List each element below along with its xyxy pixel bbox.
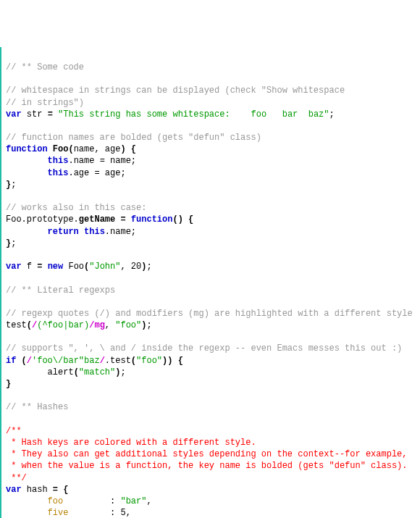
code: name; xyxy=(110,227,136,237)
operator: = xyxy=(48,109,53,120)
paren: ( xyxy=(74,367,79,377)
semicolon: ; xyxy=(329,109,335,120)
function-name: getName xyxy=(79,214,115,225)
comma: , xyxy=(105,320,115,330)
space xyxy=(16,356,21,366)
comment: // ** Literal regexps xyxy=(6,285,115,296)
keyword-var: var xyxy=(6,109,22,120)
comment: // regexp quotes (/) and modifiers (mg) … xyxy=(6,309,413,319)
colon: : xyxy=(110,496,120,506)
comment: // in strings") xyxy=(6,98,84,108)
indent xyxy=(6,156,48,166)
keyword-var: var xyxy=(6,485,22,495)
comment: // works also in this case: xyxy=(6,203,146,213)
pad xyxy=(68,508,110,518)
paren: ( xyxy=(22,356,27,366)
doc-comment: **/ xyxy=(6,473,27,483)
hash-key: foo xyxy=(48,496,64,506)
space xyxy=(79,227,84,237)
dot: . xyxy=(105,227,110,237)
dot: . xyxy=(105,356,110,366)
string: "match" xyxy=(79,367,115,377)
code: test xyxy=(110,356,131,366)
keyword-this: this xyxy=(84,227,105,237)
code: age = age; xyxy=(74,168,126,178)
operator: = xyxy=(53,485,58,495)
semicolon: ; xyxy=(11,238,16,248)
code: , 20 xyxy=(120,262,141,272)
semicolon: ; xyxy=(146,320,151,330)
code: Foo xyxy=(63,262,84,272)
keyword-this: this xyxy=(48,156,69,166)
code: test xyxy=(6,320,27,330)
keyword-new: new xyxy=(48,262,64,272)
brace: { xyxy=(172,356,182,366)
brace: { xyxy=(58,485,68,495)
doc-comment: * They also can get additional styles de… xyxy=(6,449,408,459)
dot: . xyxy=(68,168,73,178)
paren: ( xyxy=(131,356,136,366)
comma: , xyxy=(126,508,131,518)
regex: (^foo|bar) xyxy=(37,320,89,330)
comment: // ** Some code xyxy=(6,62,84,72)
keyword-function: function xyxy=(131,214,173,225)
pad xyxy=(63,496,110,506)
brace: { xyxy=(183,214,193,225)
regex-delim: / xyxy=(27,356,32,366)
doc-comment: * when the value is a function, the key … xyxy=(6,461,408,471)
string: "John" xyxy=(89,262,120,272)
keyword-this: this xyxy=(48,168,69,178)
doc-comment: /** xyxy=(6,426,22,436)
doc-comment: * Hash keys are colored with a different… xyxy=(6,438,256,448)
string: "foo" xyxy=(136,356,162,366)
var-name: str xyxy=(22,109,48,120)
indent xyxy=(6,496,48,506)
comment: // ** Hashes xyxy=(6,402,68,412)
semicolon: ; xyxy=(120,367,125,377)
dot: . xyxy=(68,156,73,166)
indent xyxy=(6,227,48,237)
string: "bar" xyxy=(120,496,146,506)
brace: { xyxy=(126,144,136,154)
regex: 'foo\/bar"baz xyxy=(32,356,100,366)
paren: () xyxy=(172,214,182,225)
semicolon: ; xyxy=(11,180,16,190)
paren: ) xyxy=(120,144,125,154)
operator: = xyxy=(115,214,131,225)
regex-flags: mg xyxy=(94,320,104,330)
var-name: hash xyxy=(22,485,53,495)
colon: : xyxy=(110,508,120,518)
string: "foo" xyxy=(115,320,141,330)
code: Foo.prototype. xyxy=(6,214,79,225)
keyword-if: if xyxy=(6,356,16,366)
comment: // function names are bolded (gets "defu… xyxy=(6,133,261,143)
semicolon: ; xyxy=(146,262,151,272)
hash-key: five xyxy=(48,508,69,518)
var-name: f xyxy=(22,262,38,272)
comment: // whitespace in strings can be displaye… xyxy=(6,85,345,96)
paren: ( xyxy=(27,320,32,330)
args: name, age xyxy=(74,144,121,154)
space xyxy=(42,262,47,272)
comma: , xyxy=(146,496,151,506)
code: name = name; xyxy=(74,156,136,166)
regex-delim: / xyxy=(100,356,105,366)
indent xyxy=(6,508,48,518)
keyword-return: return xyxy=(48,227,79,237)
keyword-function: function xyxy=(6,144,48,154)
indent xyxy=(6,168,48,178)
string: "This string has some whitespace: foo ba… xyxy=(53,109,329,120)
indent xyxy=(6,367,48,377)
code-editor[interactable]: // ** Some code // whitespace in strings… xyxy=(0,47,420,518)
paren: ( xyxy=(68,144,73,154)
brace: } xyxy=(6,379,11,389)
function-name: Foo xyxy=(48,144,69,154)
keyword-var: var xyxy=(6,262,22,272)
number: 5 xyxy=(120,508,125,518)
code: alert xyxy=(48,367,74,377)
comment: // supports ", ', \ and / inside the reg… xyxy=(6,343,402,354)
